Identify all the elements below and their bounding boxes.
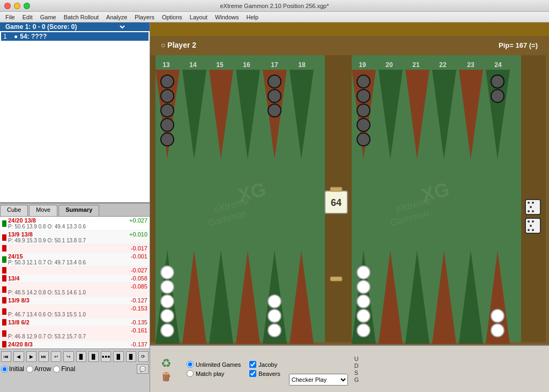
- jacoby-label: Jacoby: [258, 361, 277, 368]
- equity-bar: [2, 286, 6, 293]
- svg-text:15: 15: [216, 61, 224, 69]
- s-label: S: [354, 369, 359, 376]
- close-button[interactable]: [4, 3, 11, 9]
- nav-first[interactable]: ⏮: [1, 351, 11, 362]
- menu-game[interactable]: Game: [37, 13, 60, 21]
- game-selector[interactable]: Game 1: 0 - 0 (Score: 0): [0, 23, 150, 31]
- equity-value: -0.027: [131, 267, 147, 273]
- svg-rect-108: [330, 277, 342, 281]
- svg-point-80: [357, 324, 370, 337]
- tab-summary[interactable]: Summary: [58, 205, 99, 216]
- nav-hint4[interactable]: ▐▌: [113, 351, 123, 362]
- ud-controls: U D S G: [352, 346, 361, 392]
- list-item[interactable]: 13/9 8/3 -0.127: [0, 297, 150, 305]
- radio-unlimited[interactable]: Unlimited Games: [187, 361, 241, 368]
- menu-windows[interactable]: Windows: [212, 13, 242, 21]
- move-row[interactable]: 1 ● 54: ????: [1, 32, 149, 41]
- action-icons: ♻ 🪵: [150, 346, 182, 392]
- nav-prev[interactable]: ◀: [13, 351, 24, 362]
- list-item[interactable]: 13/9 13/8 +0.010 P: 49.9 15.3 0.9 O: 50.…: [0, 231, 150, 245]
- equity-value: -0.085: [131, 283, 147, 290]
- game-select[interactable]: Game 1: 0 - 0 (Score: 0): [3, 23, 127, 31]
- nav-last[interactable]: ⏭: [39, 351, 49, 362]
- list-item[interactable]: -0.027: [0, 267, 150, 275]
- unlimited-label: Unlimited Games: [196, 361, 241, 368]
- d-label: D: [354, 363, 359, 369]
- nav-hint3[interactable]: ●●●: [101, 351, 111, 362]
- equity-value: -0.127: [131, 297, 147, 304]
- menu-analyze[interactable]: Analyze: [103, 13, 130, 21]
- tab-bar: Cube Move Summary: [0, 204, 150, 217]
- nav-next[interactable]: ▶: [26, 351, 36, 362]
- list-item[interactable]: -0.153 P: 46.7 13.4 0.6 O: 53.3 15.5 1.0: [0, 305, 150, 319]
- recycle-icon[interactable]: ♻: [161, 357, 172, 371]
- list-item[interactable]: 24/15 -0.001 P: 50.3 12.1 0.7 O: 49.7 13…: [0, 253, 150, 267]
- beavers-checkbox[interactable]: Beavers: [249, 370, 280, 377]
- svg-point-90: [268, 75, 281, 88]
- move-label: 24/15: [8, 253, 23, 260]
- list-item[interactable]: 24/20 8/3 -0.137: [0, 341, 150, 349]
- menu-help[interactable]: Help: [243, 13, 262, 21]
- menu-layout[interactable]: Layout: [187, 13, 211, 21]
- svg-point-81: [357, 309, 370, 322]
- menu-options[interactable]: Options: [159, 13, 186, 21]
- menu-players[interactable]: Players: [131, 13, 158, 21]
- svg-point-97: [532, 202, 534, 204]
- svg-text:16: 16: [243, 61, 250, 69]
- svg-text:Pip= 167 (=): Pip= 167 (=): [499, 41, 538, 49]
- u-label: U: [354, 356, 359, 362]
- comment-button[interactable]: 💬: [137, 364, 149, 374]
- backgammon-board: ○ Player 2 Pip= 167 (=) 13 14 15 16 17 1…: [150, 23, 549, 392]
- prob-text: P: 49.9 15.3 0.9 O: 50.1 13.8 0.7: [8, 238, 147, 243]
- svg-point-89: [357, 133, 370, 146]
- radio-match[interactable]: Match play: [187, 370, 241, 377]
- titlebar: eXtreme Gammon 2.10 Position 256.xgp*: [0, 0, 549, 12]
- minimize-button[interactable]: [14, 3, 20, 9]
- bottom-controls: ⏮ ◀ ▶ ⏭ ↩ ↪ ▐▌ ▐▌ ●●● ▐▌ ▐▌ ⟳ Initial: [0, 349, 150, 392]
- mode-select[interactable]: Checker Play Cube Decision Both: [289, 374, 348, 386]
- menu-file[interactable]: File: [2, 13, 18, 21]
- radio-arrow[interactable]: Arrow: [26, 365, 51, 373]
- nav-hint2[interactable]: ▐▌: [88, 351, 99, 362]
- list-item[interactable]: 13/4 -0.058: [0, 275, 150, 283]
- move-list: 1 ● 54: ????: [0, 31, 150, 203]
- equity-value: -0.153: [131, 305, 147, 312]
- prob-text: P: 50.6 13.9 0.8 O: 49.4 13.3 0.6: [8, 224, 147, 230]
- svg-rect-6: [521, 55, 546, 342]
- list-item[interactable]: 24/20 13/8 +0.027 P: 50.6 13.9 0.8 O: 49…: [0, 217, 150, 231]
- menu-batch-rollout[interactable]: Batch Rollout: [61, 13, 102, 21]
- g-label: G: [354, 376, 359, 383]
- radio-final[interactable]: Final: [53, 365, 75, 373]
- svg-point-105: [528, 229, 530, 231]
- jacoby-checkbox[interactable]: Jacoby: [249, 361, 280, 368]
- svg-point-103: [532, 220, 534, 223]
- move-label: 24/20 13/8: [8, 217, 36, 224]
- list-item[interactable]: -0.085 P: 48.5 14.2 0.8 O: 51.5 14.6 1.0: [0, 283, 150, 297]
- nav-undo[interactable]: ↩: [51, 351, 61, 362]
- radio-initial[interactable]: Initial: [1, 365, 24, 373]
- nav-hint5[interactable]: ▐▌: [126, 351, 136, 362]
- svg-point-69: [161, 133, 174, 146]
- view-radio-group: Initial Arrow Final 💬: [1, 364, 149, 374]
- svg-point-76: [161, 266, 174, 279]
- nav-buttons: ⏮ ◀ ▶ ⏭ ↩ ↪ ▐▌ ▐▌ ●●● ▐▌ ▐▌ ⟳: [1, 351, 149, 362]
- maximize-button[interactable]: [24, 3, 30, 9]
- svg-point-102: [528, 220, 530, 223]
- list-item[interactable]: -0.161 P: 46.8 12.9 0.7 O: 53.2 15.7 0.7: [0, 327, 150, 341]
- list-item[interactable]: 13/8 6/2 -0.135: [0, 319, 150, 327]
- nav-hint1[interactable]: ▐▌: [76, 351, 86, 362]
- list-item[interactable]: -0.017: [0, 245, 150, 253]
- nav-refresh[interactable]: ⟳: [138, 351, 149, 362]
- move-label: 13/4: [8, 275, 19, 282]
- equity-value: +0.027: [129, 217, 147, 224]
- tab-move[interactable]: Move: [29, 205, 57, 216]
- equity-bar: [2, 330, 6, 337]
- tab-cube[interactable]: Cube: [0, 205, 28, 216]
- menu-edit[interactable]: Edit: [19, 13, 36, 21]
- svg-point-72: [161, 324, 174, 337]
- equity-bar: [2, 220, 6, 227]
- svg-point-98: [530, 206, 532, 208]
- move-label: 24/20 8/3: [8, 341, 33, 347]
- nav-redo[interactable]: ↪: [63, 351, 73, 362]
- svg-point-88: [357, 119, 370, 131]
